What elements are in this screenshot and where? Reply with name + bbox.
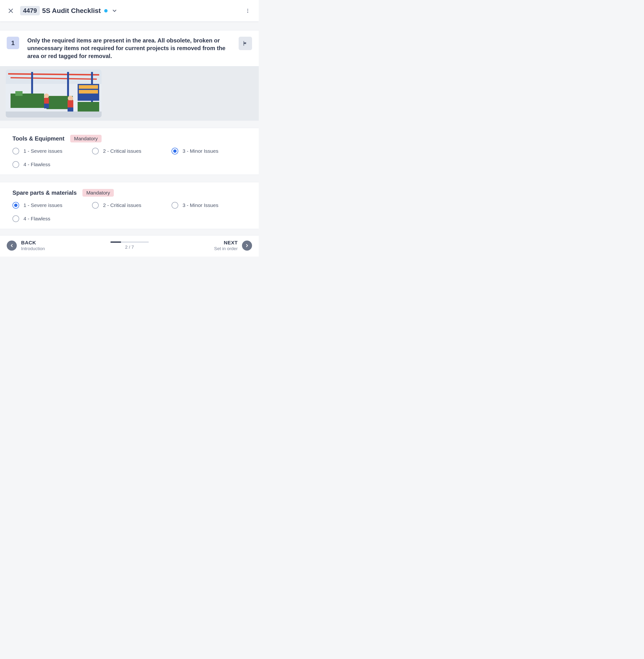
svg-line-7: [8, 74, 99, 75]
chevron-right-icon: [242, 241, 252, 250]
option-flawless[interactable]: 4 - Flawless: [13, 215, 87, 222]
svg-point-19: [44, 93, 49, 98]
option-label: 2 - Critical issues: [103, 148, 141, 154]
option-label: 1 - Severe issues: [23, 202, 62, 208]
option-critical-issues[interactable]: 2 - Critical issues: [92, 202, 167, 208]
svg-point-22: [68, 96, 73, 101]
option-severe-issues[interactable]: 1 - Severe issues: [13, 202, 87, 208]
back-button[interactable]: BACK Introduction: [7, 240, 45, 251]
page-title: 5S Audit Checklist: [42, 7, 101, 15]
footer-nav: BACK Introduction 2 / 7 NEXT Set in orde…: [0, 235, 259, 257]
svg-rect-6: [6, 69, 101, 84]
more-menu-icon[interactable]: [244, 6, 252, 15]
radio-icon: [13, 202, 19, 208]
next-sublabel: Set in order: [214, 246, 238, 251]
radio-icon: [171, 202, 178, 208]
top-bar: 4479 5S Audit Checklist: [0, 0, 259, 22]
svg-rect-21: [44, 104, 49, 108]
back-label: BACK: [21, 240, 45, 246]
mandatory-badge: Mandatory: [83, 189, 114, 197]
radio-icon: [13, 161, 19, 168]
progress-indicator: 2 / 7: [45, 241, 214, 250]
section-title: Tools & Equipment: [13, 135, 65, 142]
option-critical-issues[interactable]: 2 - Critical issues: [92, 148, 167, 154]
svg-rect-23: [68, 100, 73, 107]
section-spare-parts: Spare parts & materials Mandatory 1 - Se…: [0, 182, 259, 229]
option-label: 4 - Flawless: [23, 162, 50, 168]
option-label: 3 - Minor Issues: [183, 202, 218, 208]
back-sublabel: Introduction: [21, 246, 45, 251]
chevron-left-icon: [7, 241, 17, 250]
image-strip: [0, 66, 259, 120]
close-icon[interactable]: [7, 7, 15, 15]
status-dot: [104, 9, 108, 13]
svg-rect-25: [6, 111, 101, 117]
radio-icon: [92, 148, 99, 154]
question-text: Only the required items are present in t…: [27, 37, 239, 60]
option-label: 3 - Minor Issues: [183, 148, 218, 154]
option-minor-issues[interactable]: 3 - Minor Issues: [171, 202, 246, 208]
option-label: 1 - Severe issues: [23, 148, 62, 154]
next-button[interactable]: NEXT Set in order: [214, 240, 252, 251]
radio-icon: [13, 148, 19, 154]
svg-point-3: [247, 10, 248, 11]
question-header: 1 Only the required items are present in…: [0, 30, 259, 66]
svg-point-4: [247, 12, 248, 13]
svg-rect-20: [44, 98, 49, 104]
svg-rect-16: [15, 91, 23, 96]
radio-icon: [13, 215, 19, 222]
section-tools-equipment: Tools & Equipment Mandatory 1 - Severe i…: [0, 128, 259, 175]
svg-rect-14: [79, 90, 98, 93]
attached-image-thumbnail[interactable]: [6, 69, 101, 117]
next-label: NEXT: [214, 240, 238, 246]
page-counter: 2 / 7: [125, 245, 134, 250]
option-label: 4 - Flawless: [23, 216, 50, 222]
option-label: 2 - Critical issues: [103, 202, 141, 208]
question-number: 1: [7, 37, 19, 49]
option-flawless[interactable]: 4 - Flawless: [13, 161, 87, 168]
section-title: Spare parts & materials: [13, 190, 77, 196]
svg-point-2: [247, 9, 248, 9]
progress-fill: [111, 241, 121, 243]
record-id-badge: 4479: [20, 6, 40, 15]
svg-rect-13: [79, 85, 98, 89]
radio-icon: [171, 148, 178, 154]
radio-icon: [92, 202, 99, 208]
option-minor-issues[interactable]: 3 - Minor Issues: [171, 148, 246, 154]
chevron-down-icon[interactable]: [111, 7, 118, 15]
option-severe-issues[interactable]: 1 - Severe issues: [13, 148, 87, 154]
mandatory-badge: Mandatory: [70, 135, 101, 142]
flag-button[interactable]: [239, 37, 252, 50]
